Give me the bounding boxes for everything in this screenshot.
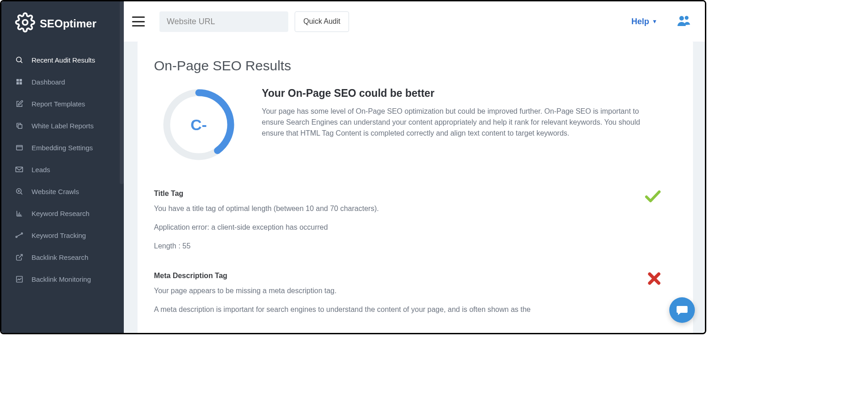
trend-icon (15, 231, 23, 239)
svg-line-22 (17, 234, 21, 236)
sidebar-item-backlink-research[interactable]: Backlink Research (1, 246, 124, 268)
check-title: Title Tag (154, 190, 661, 198)
embed-icon (15, 143, 23, 152)
sidebar-item-label: Keyword Research (32, 210, 90, 217)
main: Quick Audit Help ▼ On-Page SEO Results (124, 1, 705, 333)
svg-rect-10 (16, 167, 23, 172)
sidebar-item-label: Website Crawls (32, 188, 79, 195)
topbar: Quick Audit Help ▼ (124, 1, 705, 42)
sidebar-item-keyword-research[interactable]: Keyword Research (1, 202, 124, 224)
check-title-tag: Title Tag You have a title tag of optima… (154, 190, 677, 272)
brand-logo[interactable]: SEOptimer (1, 1, 124, 46)
results-panel: On-Page SEO Results C- Your On-Page SEO … (138, 42, 693, 333)
line-chart-icon (15, 275, 23, 283)
svg-line-2 (21, 61, 22, 63)
sidebar-item-report-templates[interactable]: Report Templates (1, 93, 124, 115)
svg-point-20 (16, 236, 17, 237)
chat-launcher-button[interactable] (669, 297, 695, 323)
quick-audit-button[interactable]: Quick Audit (295, 11, 349, 32)
svg-point-21 (21, 233, 23, 234)
grade-label: C- (191, 116, 207, 134)
sidebar-item-keyword-tracking[interactable]: Keyword Tracking (1, 224, 124, 246)
sidebar-item-label: Embedding Settings (32, 144, 93, 152)
sidebar-item-label: Recent Audit Results (32, 56, 95, 64)
menu-toggle-button[interactable] (132, 16, 145, 26)
page-title: On-Page SEO Results (154, 58, 677, 74)
help-label: Help (631, 17, 649, 26)
svg-point-25 (679, 16, 684, 21)
svg-point-1 (16, 57, 21, 62)
sidebar-item-label: Report Templates (32, 100, 85, 108)
check-line: Length : 55 (154, 241, 556, 252)
svg-line-23 (19, 254, 22, 258)
summary-description: Your page has some level of On-Page SEO … (262, 106, 661, 139)
sidebar: SEOptimer Recent Audit Results Dashboard… (1, 1, 124, 333)
summary-heading: Your On-Page SEO could be better (262, 87, 661, 100)
check-fail-icon (647, 272, 661, 287)
sidebar-scrollbar[interactable] (120, 1, 124, 184)
sidebar-item-label: Backlink Research (32, 253, 88, 261)
svg-point-0 (23, 20, 28, 25)
summary-text: Your On-Page SEO could be better Your pa… (262, 87, 661, 139)
zoom-icon (15, 187, 23, 195)
url-input[interactable] (159, 11, 288, 32)
grade-gauge: C- (161, 87, 236, 162)
sidebar-item-backlink-monitoring[interactable]: Backlink Monitoring (1, 268, 124, 290)
sidebar-item-label: Leads (32, 166, 50, 174)
check-line: Your page appears to be missing a meta d… (154, 285, 556, 297)
sidebar-item-label: Keyword Tracking (32, 232, 86, 239)
grid-icon (15, 78, 23, 86)
mail-icon (15, 165, 23, 174)
check-meta-description: Meta Description Tag Your page appears t… (154, 272, 677, 333)
check-line: A meta description is important for sear… (154, 304, 556, 316)
svg-rect-3 (16, 79, 19, 81)
check-title: Meta Description Tag (154, 272, 661, 280)
sidebar-item-label: Dashboard (32, 78, 65, 86)
svg-rect-5 (16, 82, 19, 84)
caret-down-icon: ▼ (652, 18, 657, 25)
bar-chart-icon (15, 209, 23, 217)
sidebar-item-embedding[interactable]: Embedding Settings (1, 137, 124, 158)
sidebar-item-white-label[interactable]: White Label Reports (1, 115, 124, 137)
summary-row: C- Your On-Page SEO could be better Your… (154, 87, 677, 162)
sidebar-item-dashboard[interactable]: Dashboard (1, 71, 124, 93)
sidebar-item-leads[interactable]: Leads (1, 158, 124, 180)
check-pass-icon (645, 190, 661, 205)
users-icon[interactable] (677, 14, 691, 29)
copy-icon (15, 121, 23, 130)
svg-rect-8 (16, 145, 22, 150)
check-line: Application error: a client-side excepti… (154, 222, 556, 233)
brand-name: SEOptimer (40, 17, 96, 30)
svg-rect-4 (20, 79, 22, 81)
help-dropdown[interactable]: Help ▼ (631, 17, 657, 26)
svg-line-14 (21, 193, 22, 194)
sidebar-nav: Recent Audit Results Dashboard Report Te… (1, 46, 124, 290)
sidebar-item-label: Backlink Monitoring (32, 275, 91, 283)
chat-icon (676, 304, 688, 316)
svg-rect-6 (20, 82, 22, 84)
sidebar-item-crawls[interactable]: Website Crawls (1, 180, 124, 202)
gear-icon (15, 12, 35, 35)
search-icon (15, 56, 23, 64)
svg-rect-7 (18, 124, 22, 128)
check-line: You have a title tag of optimal length (… (154, 203, 556, 215)
content-area: On-Page SEO Results C- Your On-Page SEO … (124, 42, 705, 333)
sidebar-item-recent-audits[interactable]: Recent Audit Results (1, 49, 124, 71)
external-link-icon (15, 253, 23, 261)
sidebar-item-label: White Label Reports (32, 122, 94, 130)
svg-point-26 (685, 16, 688, 20)
edit-icon (15, 100, 23, 108)
